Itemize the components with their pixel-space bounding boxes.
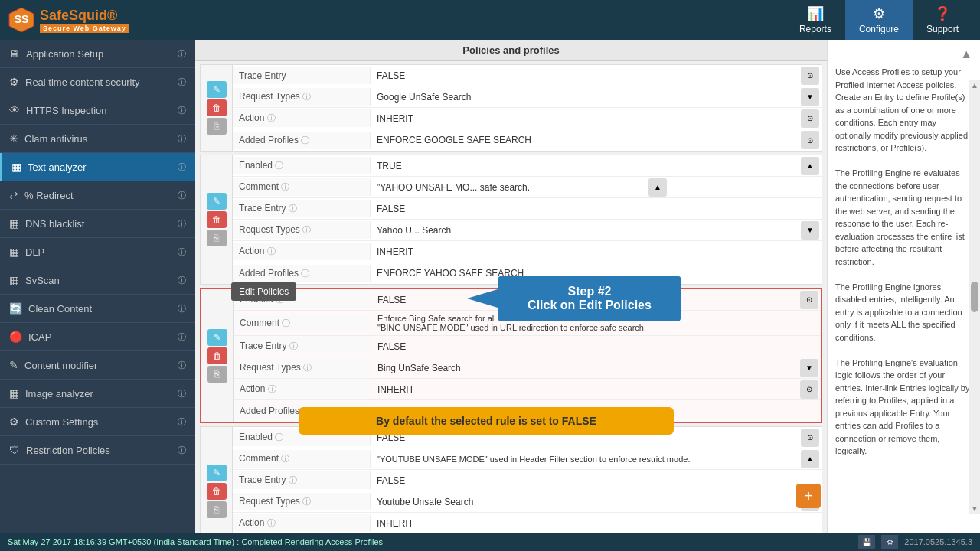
entry1-action-scroll[interactable]: ⊙: [799, 109, 822, 128]
logo-sub: Secure Web Gateway: [40, 24, 129, 33]
add-policy-button[interactable]: +: [796, 484, 821, 508]
entry1-profiles-scroll-btn[interactable]: ⊙: [801, 131, 819, 149]
entry1-profiles-label: Added Profiles ⓘ: [233, 132, 371, 149]
entry2-comment-label: Comment ⓘ: [233, 178, 371, 196]
entry4-edit-btn[interactable]: ✎: [207, 465, 227, 481]
entry3-reqtypes-dropdown[interactable]: ▼: [798, 359, 821, 377]
sidebar-item-restriction[interactable]: 🛡 Restriction Policies ⓘ: [0, 436, 195, 465]
sidebar-item-content-modifier[interactable]: ✎ Content modifier ⓘ: [0, 351, 195, 380]
entry3-comment-label: Comment ⓘ: [234, 315, 371, 332]
entry3-delete-btn[interactable]: 🗑: [207, 347, 227, 364]
nav-reports[interactable]: 📊 Reports: [786, 0, 845, 41]
sidebar-item-icap[interactable]: 🔴 ICAP ⓘ: [0, 323, 195, 351]
entry2-trace-row: Trace Entry ⓘ FALSE: [233, 198, 822, 220]
scroll-down-btn[interactable]: ▼: [971, 504, 978, 513]
statusbar-save-btn[interactable]: 💾: [858, 535, 875, 549]
entry4-enabled-scroll-btn[interactable]: ⊙: [801, 429, 819, 447]
entry3-action-scroll[interactable]: ⊙: [798, 380, 821, 399]
entry2-dropdown-btn[interactable]: ▼: [801, 221, 819, 240]
sidebar-item-image-analyzer-label: Image analyzer: [25, 388, 178, 399]
entry1-action-scroll-btn[interactable]: ⊙: [801, 109, 819, 128]
icap-icon: 🔴: [9, 331, 22, 343]
restriction-icon: 🛡: [9, 444, 20, 456]
entry1-edit-btn[interactable]: ✎: [207, 81, 227, 98]
entry3-edit-btn[interactable]: ✎: [207, 329, 227, 346]
entry1-reqtypes-label: Request Types ⓘ: [233, 88, 371, 106]
configure-icon: ⚙: [873, 5, 885, 22]
statusbar: Sat May 27 2017 18:16:39 GMT+0530 (India…: [0, 533, 980, 551]
sidebar-item-realtime[interactable]: ⚙ Real time content security ⓘ: [0, 68, 195, 96]
entry2-comment-scroll-btn[interactable]: ▲: [648, 178, 667, 197]
entry1-copy-btn[interactable]: ⎘: [207, 118, 227, 135]
nav-configure[interactable]: ⚙ Configure: [845, 0, 913, 41]
entry1-profiles-scroll[interactable]: ⊙: [799, 131, 822, 149]
sidebar-item-dns-label: DNS blacklist: [25, 218, 178, 230]
logo-icon: SS: [8, 6, 35, 34]
sidebar-item-dns-blacklist[interactable]: ▦ DNS blacklist ⓘ: [0, 210, 195, 238]
entry4-action-value: INHERIT: [371, 515, 799, 532]
entry2-comment-scroll[interactable]: ▲: [646, 178, 669, 197]
sidebar-item-dlp[interactable]: ▦ DLP ⓘ: [0, 238, 195, 266]
step2-body: Click on Edit Policies: [513, 298, 666, 312]
sidebar-item-app-setup[interactable]: 🖥 Application Setup ⓘ: [0, 40, 195, 68]
realtime-help-icon: ⓘ: [178, 77, 186, 88]
entry2-enabled-scroll-btn[interactable]: ▲: [801, 157, 819, 175]
policy-entry-2: ✎ 🗑 ⎘ Enabled ⓘ TRUE ▲ Comment ⓘ "YAHOO …: [200, 155, 822, 285]
entry4-comment-scroll-btn[interactable]: ▲: [801, 450, 819, 468]
default-callout: By default the selected rule is set to F…: [299, 407, 674, 435]
clean-content-icon: 🔄: [9, 302, 22, 315]
entry2-edit-btn[interactable]: ✎: [207, 193, 227, 210]
step2-title: Step #2: [513, 285, 666, 298]
entry2-action-value: INHERIT: [371, 243, 799, 260]
entry4-delete-btn[interactable]: 🗑: [207, 483, 227, 500]
entry2-reqtypes-dropdown[interactable]: ▼: [799, 221, 822, 240]
entry2-action-row: Action ⓘ INHERIT: [233, 241, 822, 262]
entry3-reqtypes-label: Request Types ⓘ: [234, 359, 371, 377]
dlp-icon: ▦: [9, 246, 19, 258]
entry2-reqtypes-label: Request Types ⓘ: [233, 221, 371, 239]
sidebar-item-text-analyzer[interactable]: ▦ Text analyzer ⓘ: [0, 153, 195, 181]
statusbar-settings-btn[interactable]: ⚙: [881, 535, 898, 549]
entry4-comment-value: "YOUTUBE UNSAFE MODE" used in Header Fil…: [371, 452, 799, 467]
entry2-delete-btn[interactable]: 🗑: [207, 211, 227, 228]
entry3-enabled-scroll-btn[interactable]: ⊙: [800, 291, 818, 309]
entry1-profiles-row: Added Profiles ⓘ ENFORCE GOOGLE SAFE SEA…: [233, 129, 822, 151]
entry3-dropdown-btn[interactable]: ▼: [800, 359, 818, 377]
entry2-enabled-label: Enabled ⓘ: [233, 157, 371, 174]
sidebar-item-svscan[interactable]: ▦ SvScan ⓘ: [0, 266, 195, 295]
scrollbar[interactable]: ▲ ▼: [969, 80, 980, 514]
entry4-reqtypes-label: Request Types ⓘ: [233, 493, 371, 510]
sidebar-item-image-analyzer[interactable]: ▦ Image analyzer ⓘ: [0, 380, 195, 408]
entry3-copy-btn[interactable]: ⎘: [207, 366, 227, 383]
sidebar-item-redirect[interactable]: ⇄ % Redirect ⓘ: [0, 181, 195, 210]
entry4-action-label: Action ⓘ: [233, 514, 371, 532]
entry4-comment-scroll[interactable]: ▲: [799, 450, 822, 468]
entry1-delete-btn[interactable]: 🗑: [207, 99, 227, 116]
entry4-enabled-scroll[interactable]: ⊙: [799, 429, 822, 447]
scroll-up-btn[interactable]: ▲: [971, 81, 978, 90]
entry1-trace-scroll[interactable]: ⊙: [799, 67, 822, 85]
sidebar-item-icap-label: ICAP: [28, 331, 178, 343]
entry1-dropdown-btn[interactable]: ▼: [801, 88, 819, 106]
sidebar-item-custom-settings[interactable]: ⚙ Custom Settings ⓘ: [0, 408, 195, 436]
entry4-copy-btn[interactable]: ⎘: [207, 501, 227, 518]
entry2-enabled-scroll[interactable]: ▲: [799, 157, 822, 175]
entry3-action-scroll-btn[interactable]: ⊙: [800, 380, 818, 399]
text-analyzer-help-icon: ⓘ: [178, 161, 186, 173]
nav-support[interactable]: ❓ Support: [913, 0, 972, 41]
sidebar-item-text-analyzer-label: Text analyzer: [28, 161, 178, 173]
sidebar-item-https[interactable]: 👁 HTTPS Inspection ⓘ: [0, 96, 195, 125]
entry3-enabled-scroll[interactable]: ⊙: [798, 291, 821, 309]
entry4-comment-row: Comment ⓘ "YOUTUBE UNSAFE MODE" used in …: [233, 448, 822, 470]
info-panel-collapse-btn[interactable]: ▲: [960, 47, 972, 61]
entry1-trace-scroll-btn[interactable]: ⊙: [801, 67, 819, 85]
sidebar-item-content-modifier-label: Content modifier: [24, 360, 178, 371]
sidebar-item-https-label: HTTPS Inspection: [26, 105, 178, 116]
entry3-reqtypes-value: Bing UnSafe Search: [371, 360, 798, 377]
entry1-reqtypes-dropdown[interactable]: ▼: [799, 88, 822, 106]
entry1-action-value: INHERIT: [371, 110, 799, 127]
sidebar-item-clean-content[interactable]: 🔄 Clean Content ⓘ: [0, 295, 195, 323]
default-callout-text: By default the selected rule is set to F…: [376, 415, 596, 427]
entry2-copy-btn[interactable]: ⎘: [207, 230, 227, 246]
sidebar-item-clam[interactable]: ✳ Clam antivirus ⓘ: [0, 125, 195, 153]
